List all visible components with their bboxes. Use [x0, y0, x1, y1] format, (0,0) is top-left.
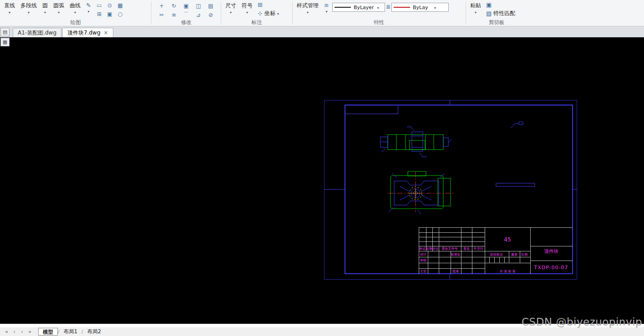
offset-icon[interactable]: [168, 10, 180, 19]
color-dropdown[interactable]: ByLayer: [332, 3, 385, 12]
line-button-label: 直线: [4, 2, 15, 10]
chevron-down-icon[interactable]: [277, 12, 279, 16]
ellipse-icon[interactable]: [115, 10, 125, 18]
chevron-down-icon[interactable]: [325, 10, 327, 14]
rectangle-icon[interactable]: [94, 1, 104, 10]
move-icon[interactable]: [156, 1, 167, 10]
chevron-down-icon[interactable]: [87, 10, 89, 14]
ribbon-group-modify: 修改: [152, 0, 221, 26]
style-manager-label: 样式管理: [297, 2, 319, 10]
draw-extra-icons: [94, 1, 125, 18]
next-tab-icon[interactable]: [19, 329, 25, 335]
table-icon[interactable]: [94, 10, 104, 18]
polyline-button-label: 多段线: [20, 2, 37, 10]
tab-a1-assembly-drawing[interactable]: A1-装配图.dwg: [13, 28, 61, 37]
linetype-dropdown[interactable]: ByLay: [391, 3, 449, 12]
coordinate-button-label: 坐标: [264, 10, 275, 17]
part-top-view[interactable]: [380, 127, 452, 157]
arc-button[interactable]: 圆弧: [51, 0, 66, 15]
symbol-button[interactable]: 符号: [239, 0, 255, 15]
ribbon-group-annotate: 尺寸 符号 坐标 标注: [221, 0, 292, 26]
brush-icon: [486, 10, 492, 17]
clipboard-group-label: 剪切板: [466, 19, 527, 26]
title-block[interactable]: 标记 处数 分区 更改文件号 签名 年月日 设计 标准化 阶段标记 重量 比例 …: [419, 227, 573, 274]
table-tool-button[interactable]: [256, 1, 281, 9]
curve-button[interactable]: 曲线: [67, 0, 83, 15]
copy-tool-button[interactable]: [484, 1, 517, 9]
chevron-down-icon[interactable]: [28, 10, 30, 15]
chevron-down-icon[interactable]: [246, 10, 248, 15]
copy-icon[interactable]: [180, 1, 192, 10]
polyline-button[interactable]: 多段线: [18, 0, 39, 15]
array-icon[interactable]: [205, 1, 217, 10]
tb-count: 处数: [426, 247, 433, 251]
cad-viewport[interactable]: 标记 处数 分区 更改文件号 签名 年月日 设计 标准化 阶段标记 重量 比例 …: [0, 37, 644, 324]
status-bar: 模型 布局1 布局2: [0, 327, 644, 336]
dimension-button[interactable]: 尺寸: [223, 0, 238, 15]
region-icon[interactable]: [115, 1, 125, 10]
tb-signature: 签名: [463, 247, 470, 251]
tb-sheets: 共 张 第 张: [500, 270, 516, 273]
mirror-icon[interactable]: [193, 1, 204, 10]
tb-drawing-number: TXDP-00-07: [533, 265, 568, 271]
dimension-button-label: 尺寸: [225, 2, 236, 10]
chevron-down-icon[interactable]: [44, 10, 46, 15]
chamfer-icon[interactable]: [193, 10, 204, 19]
style-manager-button[interactable]: 样式管理: [294, 0, 321, 15]
tb-design: 设计: [420, 253, 426, 256]
tb-material: 45: [504, 236, 511, 243]
tab-dingjiankuai7[interactable]: 顶件块7.dwg: [62, 28, 113, 37]
command-line-strip[interactable]: [0, 324, 644, 327]
part-front-view[interactable]: [388, 171, 453, 214]
copy-icon: [486, 1, 492, 8]
tb-zone: 分区: [432, 247, 439, 251]
last-tab-icon[interactable]: [27, 329, 33, 335]
linetype-list-icon[interactable]: [386, 4, 390, 10]
prev-tab-icon[interactable]: [11, 329, 17, 335]
tb-part-name: 顶件块: [544, 248, 558, 254]
chevron-down-icon[interactable]: [307, 10, 309, 15]
chevron-down-icon[interactable]: [475, 10, 477, 15]
chevron-down-icon[interactable]: [230, 10, 232, 15]
chevron-down-icon[interactable]: [434, 6, 436, 10]
tb-check: 审核: [420, 259, 426, 262]
chevron-down-icon[interactable]: [74, 10, 76, 15]
erase-icon[interactable]: [205, 10, 217, 19]
file-tab-bar: A1-装配图.dwg 顶件块7.dwg: [0, 26, 644, 37]
point-icon[interactable]: [105, 1, 115, 10]
rotate-icon[interactable]: [168, 1, 180, 10]
side-toolbar-icon-2[interactable]: [0, 38, 10, 46]
match-properties-button[interactable]: 特性匹配: [484, 9, 517, 18]
circle-button[interactable]: 圆: [40, 0, 50, 15]
chevron-down-icon[interactable]: [9, 10, 10, 15]
tb-change-no: 更改文件号: [442, 246, 458, 251]
block-icon[interactable]: [105, 10, 115, 18]
arc-button-label: 圆弧: [53, 2, 64, 10]
surface-finish-mark[interactable]: [511, 122, 523, 128]
chevron-down-icon[interactable]: [377, 6, 379, 10]
side-view-bar[interactable]: [496, 183, 535, 186]
first-tab-icon[interactable]: [4, 329, 10, 335]
ribbon-empty-space: [527, 0, 644, 26]
coordinate-icon: [258, 10, 263, 17]
tab-model[interactable]: 模型: [38, 328, 58, 336]
tb-standardization: 标准化: [451, 253, 461, 256]
coordinate-button[interactable]: 坐标: [256, 9, 281, 18]
hatch-button[interactable]: [84, 0, 93, 14]
tab-layout2[interactable]: 布局2: [83, 328, 105, 336]
paste-button-label: 粘贴: [470, 2, 481, 10]
tb-approve: 批准: [452, 270, 459, 273]
tab-layout1[interactable]: 布局1: [60, 328, 81, 336]
paste-button[interactable]: 粘贴: [468, 0, 483, 15]
close-icon[interactable]: [104, 30, 108, 35]
layer-list-button[interactable]: [322, 0, 331, 14]
side-toolbar-icon-1[interactable]: [0, 28, 10, 36]
pencil-icon: [86, 2, 91, 9]
chevron-down-icon[interactable]: [58, 10, 60, 15]
fillet-icon[interactable]: [180, 10, 192, 19]
line-button[interactable]: 直线: [2, 0, 17, 15]
properties-group-label: 特性: [293, 19, 466, 26]
layout-nav: [4, 329, 33, 335]
drawing-canvas[interactable]: 标记 处数 分区 更改文件号 签名 年月日 设计 标准化 阶段标记 重量 比例 …: [0, 37, 644, 324]
trim-icon[interactable]: [156, 10, 167, 19]
